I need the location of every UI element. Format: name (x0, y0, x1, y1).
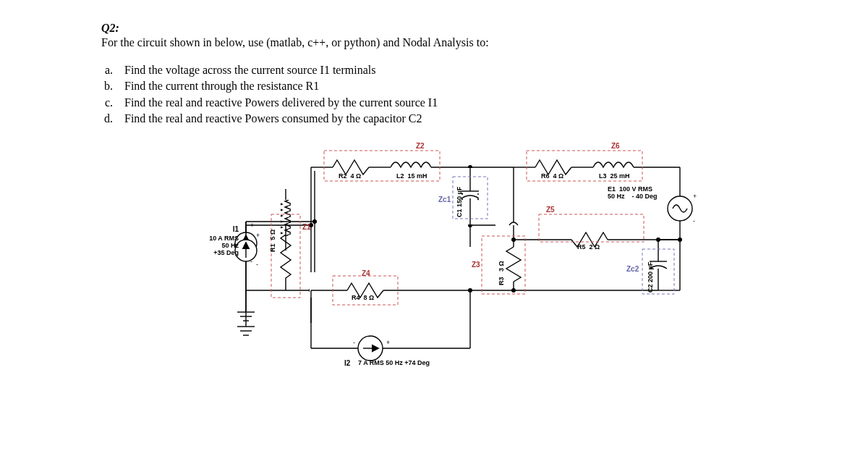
e1-spec: E1 100 V RMS 50 Hz - 40 Deg (608, 185, 658, 200)
svg-text:+: + (256, 232, 260, 239)
svg-rect-96 (539, 214, 644, 242)
i1-spec: 10 A RMS 50 Hz +35 Deg (192, 235, 239, 256)
r3-label: R3 3 Ω (498, 261, 505, 285)
svg-rect-80 (310, 323, 476, 345)
zc2-tag: Zc2 (626, 265, 639, 273)
question-title: Q2: (101, 22, 767, 35)
r2-label: R2 4 Ω (339, 172, 361, 180)
c2-label: C2 200 µF (647, 261, 654, 292)
svg-point-68 (511, 237, 516, 242)
svg-point-78 (511, 288, 516, 293)
svg-text:+: + (386, 339, 390, 346)
r4-label: R4 8 Ω (352, 294, 374, 301)
task-d: Find the real and reactive Powers consum… (116, 111, 767, 127)
task-list: Find the voltage across the current sour… (101, 62, 767, 127)
i2-name: I2 (344, 359, 350, 367)
task-c: Find the real and reactive Powers delive… (116, 95, 767, 111)
task-a: Find the voltage across the current sour… (116, 62, 767, 78)
question-intro: For the circuit shown in below, use (mat… (101, 36, 767, 49)
svg-text:+: + (693, 193, 697, 200)
c1-label: C1 150 µF (456, 186, 463, 217)
r1-label: R1 5 Ω (269, 229, 276, 251)
i1-name: I1 (195, 225, 239, 233)
z1-tag: Z1 (302, 223, 311, 231)
zc1-tag: Zc1 (438, 196, 451, 203)
r6-label: R6 4 Ω (541, 172, 563, 180)
svg-text:-: - (256, 261, 258, 268)
z3-tag: Z3 (472, 261, 480, 269)
l3-label: L3 25 mH (599, 172, 630, 180)
task-b: Find the current through the resistance … (116, 78, 767, 94)
z5-tag: Z5 (546, 206, 555, 214)
l2-label: L2 15 mH (396, 172, 427, 180)
r5-label: R5 2 Ω (577, 243, 600, 251)
circuit-main: + - + - + - (203, 142, 723, 381)
z4-tag: Z4 (362, 269, 370, 277)
circuit-diagram: + - (203, 142, 723, 381)
svg-text:-: - (693, 217, 695, 224)
z6-tag: Z6 (611, 142, 620, 150)
i2-spec: 7 A RMS 50 Hz +74 Deg (358, 359, 430, 366)
z2-tag: Z2 (416, 142, 425, 150)
svg-text:-: - (353, 339, 355, 346)
